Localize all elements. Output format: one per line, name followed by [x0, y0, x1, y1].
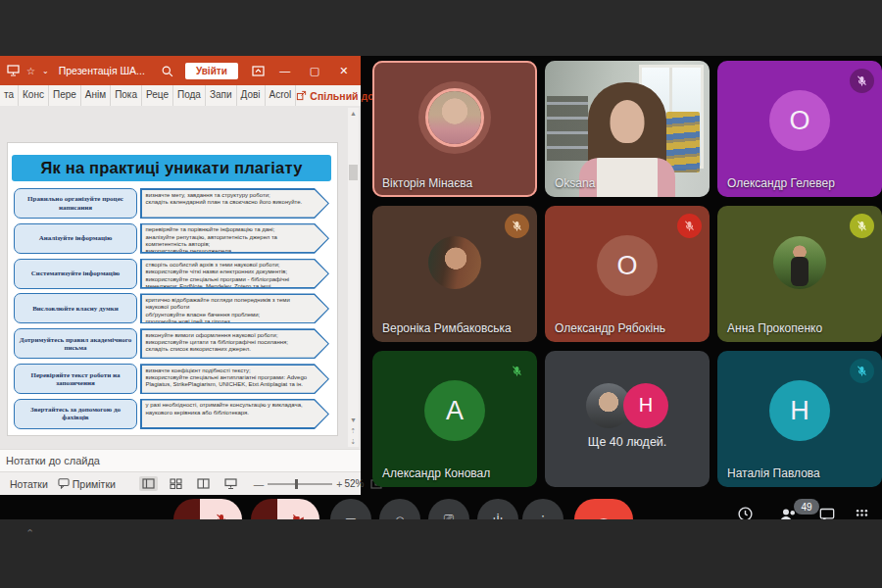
participant-name: Вероніка Римбаковська	[382, 321, 512, 335]
avatar	[773, 236, 826, 289]
normal-view-button[interactable]	[139, 476, 158, 491]
comment-icon	[58, 478, 70, 489]
scrollbar-thumb[interactable]	[349, 165, 358, 180]
bottom-strip: ⌃	[0, 519, 882, 588]
diagram-box: Перевіряйте текст роботи на запозичення	[14, 364, 137, 394]
slide-diagram: Правильно організуйте процес написання в…	[14, 188, 329, 429]
diagram-row: Аналізуйте інформацію перевіряйте та пор…	[14, 223, 329, 254]
participant-grid: Вікторія Мінаєва Oksana O Олександр Геле…	[372, 61, 882, 492]
overflow-tile[interactable]: H Ще 40 людей.	[545, 351, 710, 487]
diagram-arrow: перевіряйте та порівнюйте інформацію та …	[140, 223, 329, 254]
chevron-up-icon[interactable]: ⌃	[25, 527, 34, 540]
ribbon-tab[interactable]: Пере	[49, 85, 81, 106]
diagram-arrow: створіть особистий архів з теми наукової…	[140, 259, 329, 289]
avatar	[428, 236, 481, 289]
scroll-down-icon[interactable]: ▼	[348, 415, 359, 425]
slideshow-screen-icon	[7, 65, 20, 76]
close-button[interactable]: ✕	[329, 65, 359, 77]
previous-slide-icon[interactable]: ⇡	[348, 425, 359, 436]
participant-name: Вікторія Мінаєва	[382, 176, 472, 190]
mic-muted-icon	[505, 359, 529, 383]
search-icon[interactable]	[161, 65, 173, 77]
participant-count-badge: 49	[794, 499, 819, 514]
diagram-row: Систематизуйте інформацію створіть особи…	[14, 259, 329, 289]
reading-view-button[interactable]	[194, 476, 213, 491]
avatar-initial: O	[769, 90, 830, 151]
diagram-arrow: виконуйте вимоги оформлення наукової роб…	[140, 328, 329, 359]
comments-toggle[interactable]: Примітки	[58, 478, 116, 490]
slideshow-view-button[interactable]	[221, 476, 240, 491]
signin-button[interactable]: Увійти	[185, 63, 238, 79]
top-strip	[0, 0, 882, 56]
diagram-box: Дотримуйтесь правил академічного письма	[14, 328, 137, 359]
minimize-button[interactable]: —	[270, 65, 300, 76]
scroll-up-icon[interactable]: ▲	[348, 108, 359, 119]
participant-tile[interactable]: H Наталія Павлова	[717, 351, 882, 487]
ppt-statusbar: Нотатки Примітки — + 52%	[0, 471, 361, 495]
more-people-label: Ще 40 людей.	[545, 435, 710, 449]
diagram-arrow-text: виконуйте вимоги оформлення наукової роб…	[142, 330, 328, 358]
display-rack-in-video	[666, 112, 700, 172]
participant-name: Олександр Рябокінь	[555, 321, 665, 335]
participant-tile[interactable]: Oksana	[545, 61, 710, 197]
slide-scrollbar[interactable]: ▲ ▼ ⇡ ⇣	[348, 108, 359, 447]
diagram-row: Висловлюйте власну думки критично відобр…	[14, 293, 329, 323]
diagram-arrow-text: створіть особистий архів з теми наукової…	[142, 260, 328, 287]
notes-pane[interactable]: Нотатки до слайда	[0, 449, 361, 471]
mic-muted-icon	[850, 214, 874, 238]
diagram-arrow: визначте мету, завдання та структуру роб…	[140, 188, 329, 219]
quick-access-star-icon[interactable]: ☆	[26, 66, 35, 76]
diagram-box: Звертайтесь за допомогою до фахівців	[14, 399, 137, 429]
zoom-slider-thumb[interactable]	[295, 479, 298, 489]
participant-tile[interactable]: Вікторія Мінаєва	[372, 61, 537, 197]
bookshelf-in-video	[547, 96, 588, 161]
avatar-initial: H	[623, 383, 668, 428]
participant-tile[interactable]: Анна Прокопенко	[717, 206, 882, 342]
slide-title: Як на практиці уникати плагіату	[12, 155, 331, 181]
ribbon-tab[interactable]: Анім	[81, 85, 111, 106]
mic-muted-icon	[677, 214, 702, 238]
slide-sorter-view-button[interactable]	[167, 476, 185, 491]
next-slide-icon[interactable]: ⇣	[348, 436, 359, 447]
participant-name: Олександр Гелевер	[727, 176, 835, 190]
diagram-arrow-text: визначте мету, завдання та структуру роб…	[142, 190, 328, 218]
ribbon-tab[interactable]: Реце	[142, 85, 173, 106]
diagram-box: Систематизуйте інформацію	[14, 259, 137, 289]
participant-name: Наталія Павлова	[727, 466, 820, 480]
zoom-out-button[interactable]: —	[254, 478, 265, 490]
notes-toggle[interactable]: Нотатки	[10, 478, 48, 490]
zoom-percent[interactable]: 52%	[344, 478, 364, 489]
mic-muted-icon	[850, 359, 874, 383]
slide-canvas[interactable]: Як на практиці уникати плагіату Правильн…	[8, 143, 337, 435]
participant-name: Александр Коновал	[382, 466, 490, 480]
quick-access-chevron-icon[interactable]: ⌄	[42, 67, 49, 75]
zoom-in-button[interactable]: +	[336, 478, 342, 490]
powerpoint-window: ☆ ⌄ Презентація ША... Увійти — ▢ ✕ та Ко…	[0, 56, 361, 494]
diagram-arrow-text: у разі необхідності, отримайте консульта…	[142, 400, 328, 427]
ribbon-tab[interactable]: Пода	[173, 85, 206, 106]
ribbon-options-icon[interactable]	[252, 66, 265, 76]
participant-tile[interactable]: A Александр Коновал	[372, 351, 537, 487]
avatar	[428, 91, 481, 144]
ribbon-tab[interactable]: Конс	[19, 85, 49, 106]
diagram-row: Правильно організуйте процес написання в…	[14, 188, 329, 219]
participant-tile[interactable]: Вероніка Римбаковська	[372, 206, 537, 342]
avatar-initial: H	[769, 380, 830, 441]
ribbon-tab[interactable]: Дові	[237, 85, 266, 106]
ribbon-tab[interactable]: Acrol	[266, 85, 297, 106]
participant-tile[interactable]: O Олександр Гелевер	[717, 61, 882, 197]
diagram-row: Звертайтесь за допомогою до фахівців у р…	[14, 399, 329, 429]
slide-editing-area: Як на практиці уникати плагіату Правильн…	[0, 106, 361, 449]
avatar-initial: A	[424, 380, 485, 441]
participant-tile[interactable]: O Олександр Рябокінь	[545, 206, 710, 342]
maximize-button[interactable]: ▢	[300, 65, 329, 77]
participant-name: Анна Прокопенко	[727, 321, 822, 335]
diagram-box: Аналізуйте інформацію	[14, 223, 137, 254]
ribbon-tab[interactable]: та	[0, 85, 19, 106]
overflow-avatars: H	[586, 383, 668, 428]
ribbon-tab[interactable]: Пока	[111, 85, 142, 106]
zoom-slider[interactable]	[268, 483, 332, 485]
ppt-titlebar: ☆ ⌄ Презентація ША... Увійти — ▢ ✕	[0, 56, 361, 85]
diagram-box: Правильно організуйте процес написання	[14, 188, 137, 219]
ribbon-tab[interactable]: Запи	[206, 85, 237, 106]
